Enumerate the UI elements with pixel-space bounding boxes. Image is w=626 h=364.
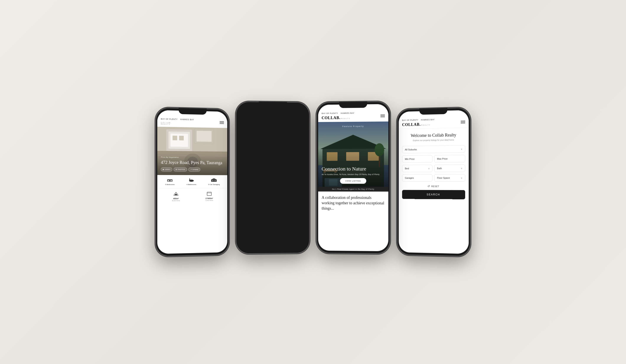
p4-suburb-dropdown[interactable]: All Suburbs ∨ xyxy=(402,145,465,153)
phone-3: BAY OF PLENTY HAWKES BAY COLLAB. REALTY xyxy=(316,101,390,254)
p1-land-area-value: 17400m² xyxy=(205,197,213,200)
p4-logo-sub: REALTY xyxy=(421,124,431,126)
p4-nav-link2[interactable]: HAWKES BAY xyxy=(421,118,435,121)
p3-tagline: No.1 Real Estate Agent in the Bay of Ple… xyxy=(318,187,389,191)
p1-nav-link2[interactable]: HAWKES BAY xyxy=(180,118,194,121)
p4-garages-floor-row: Garages Floor Space ∨ xyxy=(402,174,465,182)
svg-rect-18 xyxy=(190,178,190,179)
p3-hero-title: Connection to Nature xyxy=(322,166,385,172)
p4-min-price-input[interactable]: Min Price xyxy=(402,155,432,163)
phone-4-screen: BAY OF PLENTY HAWKES BAY COLLAB. REALTY … xyxy=(399,110,469,254)
p4-floor-space-chevron-icon: ∨ xyxy=(461,177,462,179)
p3-logo-area: COLLAB. REALTY xyxy=(322,115,354,120)
svg-rect-24 xyxy=(207,192,211,196)
p1-specs: 5 Bedrooms 4 Bathrooms xyxy=(157,175,227,188)
p4-floor-space-label: Floor Space xyxy=(437,177,450,179)
p4-suburb-label: All Suburbs xyxy=(405,148,417,151)
p3-hero-text: Connection to Nature 46 Te Karaka Drive,… xyxy=(322,166,385,176)
phone-2-notch xyxy=(259,102,287,108)
p4-nav-link1[interactable]: BAY OF PLENTY xyxy=(402,119,418,121)
svg-marker-20 xyxy=(211,178,217,180)
p4-max-price-input[interactable]: Max Price xyxy=(434,155,465,162)
p1-land-area: 17400m² Land Area xyxy=(205,190,213,202)
p1-hero-image: Price By Negotiation 472 Joyce Road, Pye… xyxy=(157,127,227,175)
p1-spec-bedrooms: 5 Bedrooms xyxy=(165,178,175,185)
p1-video-btn[interactable]: ▶ VIDEO xyxy=(161,167,172,171)
p4-logo-area: COLLAB. REALTY xyxy=(402,122,435,127)
phone-1-screen: BAY OF PLENTY HAWKES BAY COLLAB. REALTY xyxy=(157,110,227,254)
p4-body: Welcome to Collab Realty Explore our pro… xyxy=(399,128,469,204)
phone-1: BAY OF PLENTY HAWKES BAY COLLAB. REALTY xyxy=(156,108,229,257)
p1-build-area-label: Build Area xyxy=(172,200,180,202)
p1-nav-links: BAY OF PLENTY HAWKES BAY xyxy=(161,118,194,121)
svg-rect-13 xyxy=(168,180,169,181)
p4-welcome-title: Welcome to Collab Realty xyxy=(402,132,465,139)
p1-image-content: Price By Negotiation 472 Joyce Road, Pye… xyxy=(161,156,224,172)
p1-details: 455m² Build Area 17400m² Land Area xyxy=(157,188,227,204)
p4-bed-chevron-icon: ∨ xyxy=(428,167,430,170)
p3-hero-address: 46 Te Karaka Drive, Te Puna, Western Bay… xyxy=(322,173,385,176)
p1-spec-garaging: 5 Car Garaging xyxy=(208,178,220,185)
p1-logo: COLLAB. REALTY xyxy=(161,122,172,125)
svg-rect-21 xyxy=(212,180,213,181)
phone-1-notch xyxy=(179,108,207,115)
p4-min-price-label: Min Price xyxy=(405,158,415,160)
p4-bath-chevron-icon: ∨ xyxy=(461,167,462,169)
p1-share-btn[interactable]: ↗ SHARE xyxy=(188,168,200,172)
p4-max-price-label: Max Price xyxy=(437,157,448,160)
p4-floor-space-dropdown[interactable]: Floor Space ∨ xyxy=(434,174,465,182)
p4-bed-label: Bed xyxy=(405,167,409,170)
p4-logo: COLLAB. xyxy=(402,122,421,127)
p4-garages-input[interactable]: Garages xyxy=(402,174,432,182)
p3-hamburger[interactable] xyxy=(380,114,385,117)
p3-feature-tag: Feature Property xyxy=(342,125,364,128)
phone-3-notch xyxy=(339,102,367,108)
svg-rect-23 xyxy=(175,194,177,195)
phones-container: BAY OF PLENTY HAWKES BAY COLLAB. REALTY xyxy=(156,106,470,258)
p1-photos-btn[interactable]: ⊞ PHOTOS xyxy=(174,168,187,172)
p3-nav-link2[interactable]: HAWKES BAY xyxy=(341,112,354,114)
phone-4: BAY OF PLENTY HAWKES BAY COLLAB. REALTY … xyxy=(397,108,470,257)
p4-bed-dropdown[interactable]: Bed ∨ xyxy=(402,165,432,172)
p1-build-area: 455m² Build Area xyxy=(172,190,180,202)
p4-reset-label: RESET xyxy=(431,185,439,187)
p3-view-listing-btn[interactable]: VIEW LISTING xyxy=(340,178,366,184)
svg-rect-5 xyxy=(179,136,184,140)
p4-tagline: Explore our property listings for your i… xyxy=(402,139,465,142)
p1-action-buttons: ▶ VIDEO ⊞ PHOTOS ↗ SHARE xyxy=(161,167,224,172)
phone-4-notch xyxy=(419,108,448,115)
p3-nav-link1[interactable]: BAY OF PLENTY xyxy=(322,112,338,115)
p1-price-tag: Price By Negotiation xyxy=(161,156,224,159)
p4-bed-bath-row: Bed ∨ Bath ∨ xyxy=(402,164,465,172)
p4-price-row: Min Price Max Price xyxy=(402,155,465,163)
p1-address: 472 Joyce Road, Pyes Pa, Tauranga xyxy=(161,159,224,166)
p4-garages-label: Garages xyxy=(405,177,414,179)
svg-rect-14 xyxy=(170,180,172,181)
p1-nav-link1[interactable]: BAY OF PLENTY xyxy=(161,118,178,120)
p1-land-area-label: Land Area xyxy=(205,199,213,201)
p4-search-btn[interactable]: SEARCH xyxy=(402,190,465,199)
p4-reset-btn[interactable]: ↺ RESET xyxy=(402,184,465,188)
p4-bath-label: Bath xyxy=(437,167,442,170)
phone-2: COLLAB. REALTY BAY OF PLENTY HAWKES BAY xyxy=(236,101,310,254)
p3-body-text: A collaboration of professionals working… xyxy=(322,195,385,212)
p1-garaging-label: 5 Car Garaging xyxy=(208,183,220,185)
p3-body: A collaboration of professionals working… xyxy=(318,191,389,215)
p1-build-area-value: 455m² xyxy=(172,197,180,200)
p4-hamburger[interactable] xyxy=(461,120,465,123)
p3-logo: COLLAB. xyxy=(322,116,341,120)
p3-hero: Feature Property Connection to Nature 46… xyxy=(318,122,389,187)
p4-bath-dropdown[interactable]: Bath ∨ xyxy=(434,164,465,172)
p1-hamburger[interactable] xyxy=(220,121,224,124)
svg-rect-22 xyxy=(214,180,216,181)
p1-bedrooms-label: 5 Bedrooms xyxy=(165,183,175,185)
p4-reset-icon: ↺ xyxy=(428,184,430,188)
p4-suburb-chevron-icon: ∨ xyxy=(461,148,462,150)
p3-logo-sub: REALTY xyxy=(341,118,351,119)
p1-bathrooms-label: 4 Bathrooms xyxy=(187,183,196,185)
svg-rect-15 xyxy=(167,180,172,180)
phone-3-screen: BAY OF PLENTY HAWKES BAY COLLAB. REALTY xyxy=(318,104,389,251)
p1-spec-bathrooms: 4 Bathrooms xyxy=(187,178,196,185)
svg-rect-4 xyxy=(173,136,177,140)
svg-rect-7 xyxy=(196,131,212,142)
